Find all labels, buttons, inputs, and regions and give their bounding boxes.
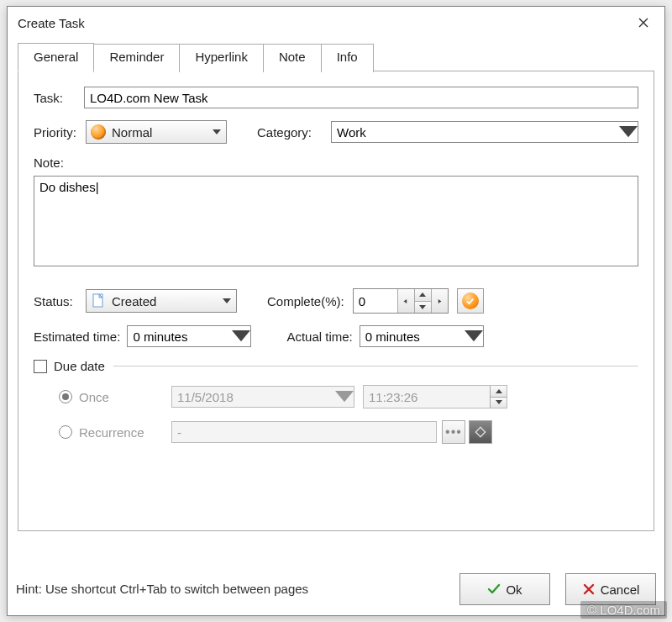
checkmark-icon xyxy=(462,293,479,309)
status-label: Status: xyxy=(34,294,86,308)
svg-marker-4 xyxy=(223,298,231,303)
svg-marker-8 xyxy=(438,299,442,303)
category-value: Work xyxy=(332,125,619,140)
priority-combo[interactable]: Normal xyxy=(86,120,227,144)
complete-label: Complete(%): xyxy=(267,294,344,308)
once-radio[interactable] xyxy=(59,390,72,403)
svg-marker-5 xyxy=(404,299,407,303)
close-icon xyxy=(638,18,648,28)
document-icon xyxy=(90,293,107,309)
watermark: © LO4D.com xyxy=(580,601,667,619)
estimated-time-combo[interactable]: 0 minutes xyxy=(127,325,251,347)
tab-label: Info xyxy=(337,50,358,64)
recurrence-label: Recurrence xyxy=(79,425,171,440)
tab-hyperlink[interactable]: Hyperlink xyxy=(179,44,264,72)
dialog-body: General Reminder Hyperlink Note Info Tas… xyxy=(18,42,654,550)
cancel-icon xyxy=(582,582,596,596)
svg-marker-12 xyxy=(496,389,502,393)
ellipsis-icon: ••• xyxy=(445,424,462,440)
status-value: Created xyxy=(107,294,218,308)
actual-time-label: Actual time: xyxy=(286,329,352,344)
category-combo[interactable]: Work xyxy=(331,121,638,143)
svg-marker-7 xyxy=(419,305,426,309)
actual-time-combo[interactable]: 0 minutes xyxy=(360,325,484,347)
category-label: Category: xyxy=(257,125,331,140)
priority-label: Priority: xyxy=(34,125,86,140)
tab-info[interactable]: Info xyxy=(321,44,374,72)
divider xyxy=(113,366,638,366)
tab-label: Hyperlink xyxy=(195,50,248,64)
hint-text: Hint: Use shortcut Ctrl+Tab to switch be… xyxy=(16,581,308,598)
due-date-label: Due date xyxy=(54,359,105,373)
complete-spinner[interactable]: 0 xyxy=(353,288,449,314)
tab-reminder[interactable]: Reminder xyxy=(93,44,180,72)
svg-marker-10 xyxy=(465,330,483,341)
once-label: Once xyxy=(79,390,171,404)
recurrence-browse-button[interactable]: ••• xyxy=(442,420,465,444)
task-input[interactable] xyxy=(84,87,638,108)
status-combo[interactable]: Created xyxy=(86,289,237,313)
estimated-time-value: 0 minutes xyxy=(128,329,232,344)
spin-up-button[interactable] xyxy=(491,386,507,397)
recurrence-value: - xyxy=(172,425,436,440)
priority-value: Normal xyxy=(107,125,207,140)
tab-general[interactable]: General xyxy=(18,43,94,71)
svg-marker-6 xyxy=(419,293,426,297)
chevron-down-icon xyxy=(465,330,483,341)
ok-button[interactable]: Ok xyxy=(459,573,550,605)
tab-strip: General Reminder Hyperlink Note Info xyxy=(18,42,654,71)
estimated-time-label: Estimated time: xyxy=(34,329,120,344)
complete-value: 0 xyxy=(354,289,397,313)
recurrence-clear-button[interactable] xyxy=(469,420,492,444)
svg-marker-9 xyxy=(232,330,250,341)
chevron-down-icon xyxy=(335,391,354,402)
diamond-icon xyxy=(475,426,486,438)
tab-panel-general: Task: Priority: Normal Category: Work xyxy=(18,71,654,531)
svg-marker-11 xyxy=(335,391,354,402)
titlebar: Create Task xyxy=(8,7,664,39)
svg-marker-0 xyxy=(213,129,221,134)
ok-label: Ok xyxy=(506,582,522,597)
chevron-down-icon xyxy=(232,330,250,341)
cancel-label: Cancel xyxy=(601,582,640,597)
svg-marker-1 xyxy=(619,126,638,137)
chevron-down-icon xyxy=(619,126,638,137)
tab-label: Note xyxy=(279,50,306,64)
close-button[interactable] xyxy=(624,9,663,36)
chevron-down-icon xyxy=(218,298,236,303)
window-title: Create Task xyxy=(18,16,85,30)
dialog-footer: Hint: Use shortcut Ctrl+Tab to switch be… xyxy=(16,573,656,605)
task-label: Task: xyxy=(34,91,84,105)
spin-up-button[interactable] xyxy=(415,289,431,301)
recurrence-radio[interactable] xyxy=(59,425,72,439)
due-date-picker[interactable]: 11/5/2018 xyxy=(171,386,354,408)
chevron-down-icon xyxy=(207,129,226,134)
recurrence-field[interactable]: - xyxy=(171,421,437,443)
mark-complete-button[interactable] xyxy=(457,288,484,314)
due-time-spinner[interactable]: 11:23:26 xyxy=(363,385,507,409)
svg-marker-13 xyxy=(496,400,502,404)
note-label: Note: xyxy=(34,156,64,170)
spin-down-button[interactable] xyxy=(415,301,431,314)
spin-down-button[interactable] xyxy=(491,397,507,409)
svg-rect-14 xyxy=(475,427,485,436)
note-textarea[interactable]: Do dishes xyxy=(34,176,638,266)
create-task-dialog: Create Task General Reminder Hyperlink N… xyxy=(7,6,665,616)
due-time-value: 11:23:26 xyxy=(364,386,490,408)
due-date-value: 11/5/2018 xyxy=(172,390,335,404)
actual-time-value: 0 minutes xyxy=(360,329,465,344)
spin-right-button[interactable] xyxy=(431,289,448,313)
spin-left-button[interactable] xyxy=(397,289,414,313)
priority-normal-icon xyxy=(90,124,107,140)
note-text: Do dishes xyxy=(39,180,99,194)
tab-note[interactable]: Note xyxy=(263,44,322,72)
due-date-checkbox[interactable] xyxy=(34,360,47,373)
tab-label: Reminder xyxy=(109,50,164,64)
check-icon xyxy=(487,582,501,596)
tab-label: General xyxy=(34,50,78,64)
